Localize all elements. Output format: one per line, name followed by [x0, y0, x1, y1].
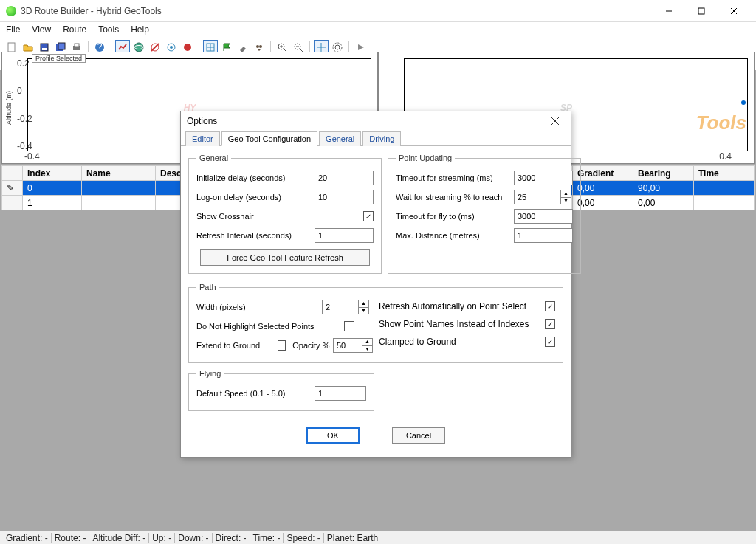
col-time[interactable]: Time — [694, 166, 755, 181]
titlebar: 3D Route Builder - Hybrid GeoTools — [0, 0, 756, 22]
watermark-sub: Tools — [696, 111, 746, 134]
svg-point-18 — [170, 46, 173, 49]
logon-delay-input[interactable] — [315, 190, 374, 204]
close-button[interactable] — [718, 1, 750, 21]
force-refresh-button[interactable]: Force Geo Tool Feature Refresh — [200, 249, 370, 266]
max-dist-label: Max. Distance (metres) — [396, 231, 514, 240]
svg-point-23 — [256, 45, 259, 48]
status-up: Up: - — [149, 533, 175, 543]
logon-delay-label: Log-on delay (seconds) — [196, 193, 315, 202]
menu-view[interactable]: View — [32, 24, 51, 35]
window-title: 3D Route Builder - Hybrid GeoTools — [21, 6, 653, 16]
max-dist-input[interactable] — [514, 228, 573, 243]
extend-ground-label: Extend to Ground — [196, 341, 278, 350]
show-names-checkbox[interactable] — [545, 319, 555, 329]
timeout-fly-label: Timeout for fly to (ms) — [396, 212, 514, 221]
tab-geo-tool-config[interactable]: Geo Tool Configuration — [221, 131, 317, 146]
tab-editor[interactable]: Editor — [185, 131, 220, 146]
status-speed: Speed: - — [284, 533, 323, 543]
group-flying: Flying Default Speed (0.1 - 5.0) — [188, 369, 374, 411]
group-general: General Initialize delay (seconds) Log-o… — [188, 154, 382, 274]
clamped-checkbox[interactable] — [545, 337, 555, 347]
group-point-updating: Point Updating Timeout for streaming (ms… — [388, 154, 581, 274]
status-altdiff: Altitude Diff: - — [89, 533, 149, 543]
opacity-spinner[interactable]: ▲▼ — [362, 338, 373, 353]
status-route: Route: - — [52, 533, 90, 543]
menu-tools[interactable]: Tools — [98, 24, 119, 35]
minimize-button[interactable] — [653, 1, 685, 21]
svg-point-24 — [259, 45, 262, 48]
menu-route[interactable]: Route — [63, 24, 86, 35]
row-marker — [2, 196, 23, 210]
no-highlight-label: Do Not Highlight Selected Points — [196, 322, 344, 331]
extend-ground-checkbox[interactable] — [278, 340, 286, 351]
status-down: Down: - — [175, 533, 212, 543]
svg-point-19 — [184, 44, 191, 51]
dialog-title: Options — [187, 116, 546, 126]
wait-pct-input[interactable] — [514, 190, 561, 204]
svg-rect-8 — [58, 43, 65, 49]
cancel-button[interactable]: Cancel — [392, 427, 445, 444]
clamped-label: Clamped to Ground — [379, 337, 456, 347]
options-dialog: Options Editor Geo Tool Configuration Ge… — [180, 111, 571, 458]
refresh-interval-input[interactable] — [315, 228, 374, 243]
statusbar: Gradient: - Route: - Altitude Diff: - Up… — [0, 531, 756, 544]
tab-driving[interactable]: Driving — [362, 131, 401, 146]
row-marker: ✎ — [2, 181, 23, 196]
group-path: Path Width (pixels) ▲▼ Do Not Highlight … — [188, 283, 563, 363]
col-index[interactable]: Index — [23, 166, 82, 181]
refresh-auto-checkbox[interactable] — [545, 301, 555, 311]
svg-text:?: ? — [97, 42, 103, 52]
svg-rect-1 — [698, 8, 704, 14]
maximize-button[interactable] — [685, 1, 718, 21]
init-delay-label: Initialize delay (seconds) — [196, 173, 315, 182]
svg-point-34 — [335, 45, 340, 49]
app-icon — [6, 6, 16, 16]
refresh-interval-label: Refresh Interval (seconds) — [196, 231, 315, 240]
path-width-spinner[interactable]: ▲▼ — [359, 300, 369, 314]
timeout-stream-label: Timeout for streaming (ms) — [396, 173, 514, 182]
col-name[interactable]: Name — [82, 166, 156, 181]
tab-general[interactable]: General — [319, 131, 361, 146]
show-names-label: Show Point Names Instead of Indexes — [379, 319, 529, 329]
path-width-input[interactable] — [322, 300, 359, 314]
timeout-fly-input[interactable] — [514, 209, 573, 224]
svg-point-13 — [134, 43, 143, 52]
path-width-label: Width (pixels) — [196, 303, 322, 311]
col-bearing[interactable]: Bearing — [633, 166, 694, 181]
no-highlight-checkbox[interactable] — [344, 321, 354, 331]
col-gradient[interactable]: Gradient — [573, 166, 633, 181]
dialog-titlebar[interactable]: Options — [181, 111, 571, 131]
wait-pct-spinner[interactable]: ▲▼ — [561, 190, 571, 204]
svg-rect-4 — [8, 43, 15, 52]
init-delay-input[interactable] — [315, 171, 374, 185]
menu-file[interactable]: File — [6, 24, 20, 35]
opacity-input[interactable] — [333, 338, 362, 353]
default-speed-input[interactable] — [315, 386, 366, 401]
refresh-auto-label: Refresh Automatically on Point Select — [379, 301, 526, 311]
col-marker[interactable] — [2, 166, 23, 181]
point-marker — [741, 100, 746, 105]
svg-rect-10 — [75, 44, 79, 47]
status-planet: Planet: Earth — [324, 533, 381, 543]
timeout-stream-input[interactable] — [514, 171, 573, 185]
opacity-label: Opacity % — [292, 341, 329, 350]
show-crosshair-label: Show Crosshair — [196, 212, 315, 221]
status-gradient: Gradient: - — [3, 533, 52, 543]
status-time: Time: - — [250, 533, 284, 543]
show-crosshair-checkbox[interactable] — [363, 211, 374, 221]
default-speed-label: Default Speed (0.1 - 5.0) — [196, 389, 315, 398]
svg-point-35 — [333, 43, 342, 52]
menu-help[interactable]: Help — [131, 24, 149, 35]
dialog-tabs: Editor Geo Tool Configuration General Dr… — [181, 131, 571, 146]
wait-pct-label: Wait for streaming % to reach — [396, 193, 514, 202]
status-direct: Direct: - — [213, 533, 250, 543]
y-axis-label: Altitude (m) — [5, 91, 13, 125]
ok-button[interactable]: OK — [306, 427, 360, 444]
svg-rect-6 — [42, 48, 47, 50]
menubar: File View Route Tools Help — [0, 22, 756, 37]
chart-legend: Profile Selected — [32, 54, 86, 63]
dialog-close-button[interactable] — [546, 113, 565, 129]
